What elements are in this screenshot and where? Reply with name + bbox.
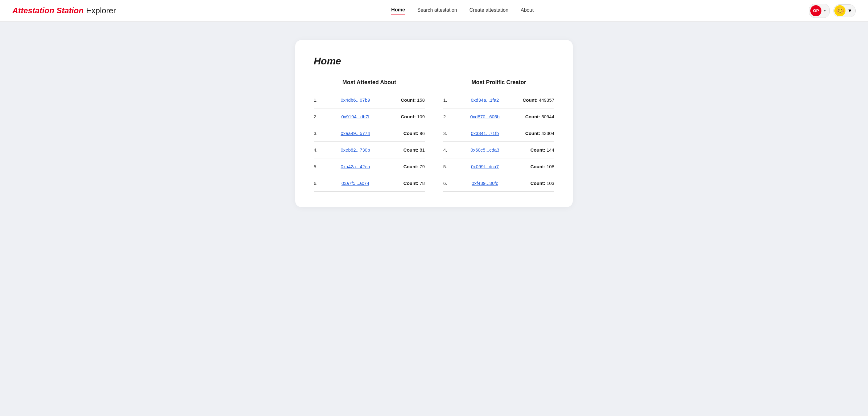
row-number: 1.	[443, 97, 453, 103]
row-number: 2.	[314, 114, 323, 119]
most-prolific-header: Most Prolific Creator	[443, 79, 554, 86]
row-count: Count: 78	[388, 181, 425, 186]
page-title: Home	[314, 56, 554, 67]
row-number: 6.	[443, 181, 453, 186]
table-row: 4. 0xeb82...730b Count: 81	[314, 142, 425, 159]
table-row: 2. 0x9194...db7f Count: 109	[314, 108, 425, 125]
table-row: 4. 0x60c5...cda3 Count: 144	[443, 142, 554, 159]
address-link[interactable]: 0xeb82...730b	[323, 147, 388, 152]
row-count: Count: 158	[388, 97, 425, 103]
address-link[interactable]: 0xd870...605b	[453, 114, 517, 119]
nav-create[interactable]: Create attestation	[469, 7, 508, 14]
table-row: 3. 0xea49...5774 Count: 96	[314, 125, 425, 142]
row-count: Count: 108	[517, 164, 554, 169]
address-link[interactable]: 0x60c5...cda3	[453, 147, 517, 152]
tables-container: Most Attested About 1. 0x4db6...07b9 Cou…	[314, 79, 554, 192]
row-number: 3.	[443, 131, 453, 136]
row-count: Count: 449357	[517, 97, 554, 103]
table-row: 3. 0x3341...71fb Count: 43304	[443, 125, 554, 142]
row-number: 2.	[443, 114, 453, 119]
table-row: 6. 0xf439...30fc Count: 103	[443, 175, 554, 192]
chain-badge: OP	[810, 5, 822, 16]
brand-italic: Attestation Station	[12, 6, 84, 15]
row-number: 5.	[314, 164, 323, 169]
address-link[interactable]: 0xea49...5774	[323, 131, 388, 136]
address-link[interactable]: 0x3341...71fb	[453, 131, 517, 136]
row-number: 5.	[443, 164, 453, 169]
table-row: 5. 0x099f...dca7 Count: 108	[443, 159, 554, 175]
table-row: 2. 0xd870...605b Count: 50944	[443, 108, 554, 125]
address-link[interactable]: 0xa7f5...ac74	[323, 181, 388, 186]
most-attested-section: Most Attested About 1. 0x4db6...07b9 Cou…	[314, 79, 425, 192]
row-number: 6.	[314, 181, 323, 186]
address-link[interactable]: 0x099f...dca7	[453, 164, 517, 169]
main-content: Home Most Attested About 1. 0x4db6...07b…	[0, 22, 868, 226]
user-dropdown[interactable]: 😊 ▼	[833, 4, 856, 17]
most-prolific-section: Most Prolific Creator 1. 0xd34a...1fa2 C…	[443, 79, 554, 192]
row-count: Count: 109	[388, 114, 425, 119]
most-attested-header: Most Attested About	[314, 79, 425, 86]
nav-home[interactable]: Home	[391, 7, 405, 14]
brand-logo[interactable]: Attestation Station Explorer	[12, 6, 116, 15]
row-count: Count: 79	[388, 164, 425, 169]
chevron-down-icon: ▼	[847, 8, 852, 13]
table-row: 6. 0xa7f5...ac74 Count: 78	[314, 175, 425, 192]
nav-about[interactable]: About	[521, 7, 534, 14]
nav-search[interactable]: Search attestation	[417, 7, 457, 14]
table-row: 1. 0x4db6...07b9 Count: 158	[314, 92, 425, 108]
navbar: Attestation Station Explorer Home Search…	[0, 0, 868, 22]
address-link[interactable]: 0xd34a...1fa2	[453, 97, 517, 103]
row-count: Count: 50944	[517, 114, 554, 119]
row-count: Count: 103	[517, 181, 554, 186]
address-link[interactable]: 0xa42a...42ea	[323, 164, 388, 169]
table-row: 5. 0xa42a...42ea Count: 79	[314, 159, 425, 175]
nav-links: Home Search attestation Create attestati…	[391, 7, 534, 14]
home-card: Home Most Attested About 1. 0x4db6...07b…	[295, 40, 573, 207]
row-number: 3.	[314, 131, 323, 136]
chain-dropdown[interactable]: OP ▼	[809, 4, 830, 18]
address-link[interactable]: 0x9194...db7f	[323, 114, 388, 119]
row-number: 4.	[443, 147, 453, 152]
row-count: Count: 81	[388, 147, 425, 152]
table-row: 1. 0xd34a...1fa2 Count: 449357	[443, 92, 554, 108]
brand-normal: Explorer	[86, 6, 116, 15]
row-count: Count: 144	[517, 147, 554, 152]
row-count: Count: 96	[388, 131, 425, 136]
chevron-down-icon: ▼	[823, 9, 826, 12]
address-link[interactable]: 0x4db6...07b9	[323, 97, 388, 103]
row-count: Count: 43304	[517, 131, 554, 136]
row-number: 4.	[314, 147, 323, 152]
navbar-right: OP ▼ 😊 ▼	[809, 4, 856, 18]
avatar: 😊	[834, 5, 845, 16]
row-number: 1.	[314, 97, 323, 103]
address-link[interactable]: 0xf439...30fc	[453, 181, 517, 186]
